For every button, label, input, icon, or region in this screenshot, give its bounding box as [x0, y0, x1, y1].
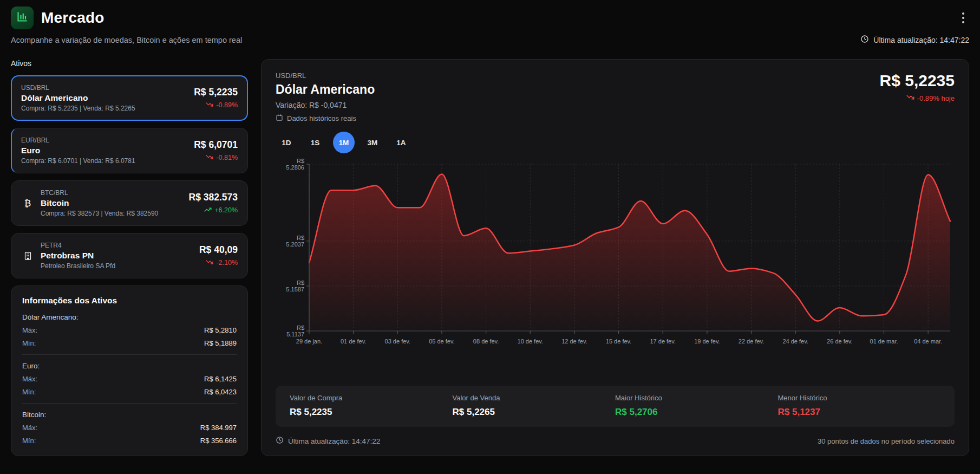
- asset-symbol: BTC/BRL: [41, 189, 158, 197]
- bar-chart-icon: [16, 10, 29, 25]
- stat-valor-compra: Valor de Compra R$ 5,2235: [290, 394, 453, 418]
- asset-card-btc-brl[interactable]: ₿ BTC/BRL Bitcoin Compra: R$ 382573 | Ve…: [11, 180, 248, 226]
- asset-change-text: -0.89%: [216, 101, 238, 109]
- max-value: R$ 6,1425: [204, 375, 237, 383]
- y-axis-label: 5.1137: [286, 331, 304, 337]
- stat-label: Valor de Compra: [290, 394, 453, 402]
- x-axis-label: 22 de fev.: [739, 338, 765, 345]
- max-label: Máx:: [22, 424, 37, 432]
- info-row: Máx: R$ 6,1425: [22, 375, 237, 383]
- chart-container: R$5.2806R$5.2037R$5.1587R$5.113729 de ja…: [276, 157, 955, 381]
- info-section-name: Euro:: [22, 362, 237, 370]
- min-label: Mín:: [22, 339, 36, 347]
- building-icon: [21, 251, 34, 261]
- info-row: Mín: R$ 5,1889: [22, 339, 237, 347]
- asset-name: Petrobras PN: [41, 251, 115, 261]
- assets-heading: Ativos: [11, 59, 248, 68]
- clock-icon: [276, 436, 284, 446]
- page-header: Mercado: [11, 7, 969, 29]
- x-axis-label: 24 de fev.: [782, 338, 808, 345]
- y-axis-label: R$: [297, 158, 304, 164]
- stat-menor-historico: Menor Histórico R$ 5,1237: [778, 394, 941, 418]
- trending-down-icon: [906, 93, 914, 103]
- x-axis-label: 19 de fev.: [694, 338, 720, 345]
- asset-detail: Petroleo Brasileiro SA Pfd: [41, 262, 115, 270]
- stat-value: R$ 5,2235: [290, 407, 453, 418]
- stat-label: Maior Histórico: [615, 394, 778, 402]
- asset-price: R$ 6,0701: [194, 139, 238, 151]
- x-axis-label: 01 de fev.: [341, 338, 367, 345]
- info-row: Mín: R$ 6,0423: [22, 388, 237, 396]
- y-axis-label: R$: [297, 235, 304, 241]
- asset-info-panel: Informações dos Ativos Dólar Americano: …: [11, 285, 248, 456]
- asset-change-text: -0.81%: [216, 154, 238, 161]
- info-row: Máx: R$ 5,2810: [22, 326, 237, 334]
- min-value: R$ 6,0423: [204, 388, 237, 396]
- panel-last-updated-text: Última atualização: 14:47:22: [288, 437, 380, 445]
- max-value: R$ 384.997: [200, 424, 237, 432]
- chart-area-fill: [309, 174, 950, 331]
- page-title: Mercado: [41, 9, 104, 27]
- info-section-name: Dólar Americano:: [22, 313, 237, 321]
- stat-value: R$ 5,2706: [615, 407, 778, 418]
- stat-maior-historico: Maior Histórico R$ 5,2706: [615, 394, 778, 418]
- trending-down-icon: [206, 101, 213, 110]
- stat-value: R$ 5,2265: [453, 407, 616, 418]
- x-axis-label: 08 de fev.: [473, 338, 499, 345]
- chart-panel: USD/BRL Dólar Americano Variação: R$ -0,…: [261, 59, 969, 456]
- x-axis-label: 17 de fev.: [650, 338, 676, 345]
- period-button-1m[interactable]: 1M: [333, 132, 355, 153]
- period-button-1d[interactable]: 1D: [276, 132, 297, 153]
- y-axis-label: R$: [297, 280, 304, 286]
- info-panel-title: Informações dos Ativos: [22, 296, 237, 306]
- max-label: Máx:: [22, 326, 37, 334]
- min-label: Mín:: [22, 388, 36, 396]
- price-chart[interactable]: R$5.2806R$5.2037R$5.1587R$5.113729 de ja…: [276, 157, 955, 347]
- asset-detail: Compra: R$ 382573 | Venda: R$ 382590: [41, 210, 158, 217]
- min-value: R$ 356.666: [200, 437, 237, 445]
- stat-label: Menor Histórico: [778, 394, 941, 402]
- asset-change-text: +6.20%: [214, 206, 238, 214]
- assets-sidebar: Ativos USD/BRL Dólar Americano Compra: R…: [11, 59, 248, 456]
- asset-name: Dólar Americano: [21, 93, 135, 103]
- period-button-1s[interactable]: 1S: [304, 132, 326, 153]
- page-subtitle: Acompanhe a variação de moedas, Bitcoin …: [11, 36, 242, 44]
- calendar-icon: [276, 114, 283, 123]
- clock-icon: [860, 35, 869, 45]
- min-label: Mín:: [22, 437, 36, 445]
- y-axis-label: 5.2806: [286, 164, 304, 171]
- asset-name: Euro: [21, 146, 135, 155]
- asset-card-eur-brl[interactable]: EUR/BRL Euro Compra: R$ 6.0701 | Venda: …: [11, 128, 248, 173]
- asset-detail: Compra: R$ 5.2235 | Venda: R$ 5.2265: [21, 105, 135, 112]
- asset-change-text: -2.10%: [216, 259, 238, 267]
- y-axis-label: 5.1587: [286, 286, 304, 293]
- bitcoin-icon: ₿: [21, 198, 34, 209]
- data-points-info: 30 pontos de dados no período selecionad…: [818, 437, 955, 445]
- stat-valor-venda: Valor de Venda R$ 5,2265: [453, 394, 616, 418]
- asset-detail: Compra: R$ 6.0701 | Venda: R$ 6.0781: [21, 157, 135, 165]
- kebab-menu-button[interactable]: [957, 9, 969, 29]
- main-change-text: -0.89% hoje: [917, 94, 955, 102]
- x-axis-label: 01 de mar.: [870, 338, 898, 345]
- x-axis-label: 03 de fev.: [385, 338, 411, 345]
- asset-price: R$ 40,09: [199, 244, 238, 256]
- x-axis-label: 05 de fev.: [429, 338, 455, 345]
- asset-change: +6.20%: [189, 206, 238, 215]
- stats-panel: Valor de Compra R$ 5,2235 Valor de Venda…: [276, 386, 955, 427]
- asset-change: -2.10%: [199, 258, 238, 268]
- divider: [22, 354, 237, 355]
- asset-card-petr4[interactable]: PETR4 Petrobras PN Petroleo Brasileiro S…: [11, 233, 248, 278]
- period-button-1a[interactable]: 1A: [390, 132, 412, 153]
- asset-card-usd-brl[interactable]: USD/BRL Dólar Americano Compra: R$ 5.223…: [11, 75, 248, 121]
- period-button-3m[interactable]: 3M: [362, 132, 383, 153]
- trending-down-icon: [206, 153, 213, 163]
- y-axis-label: 5.2037: [286, 241, 304, 248]
- period-selector: 1D 1S 1M 3M 1A: [276, 132, 955, 153]
- mercado-page: Mercado Acompanhe a variação de moedas, …: [0, 0, 980, 474]
- max-label: Máx:: [22, 375, 37, 383]
- historical-note-text: Dados históricos reais: [287, 114, 356, 122]
- info-row: Máx: R$ 384.997: [22, 424, 237, 432]
- header-last-updated: Última atualização: 14:47:22: [860, 35, 969, 45]
- asset-price: R$ 5,2235: [194, 87, 238, 98]
- asset-name: Bitcoin: [41, 198, 158, 208]
